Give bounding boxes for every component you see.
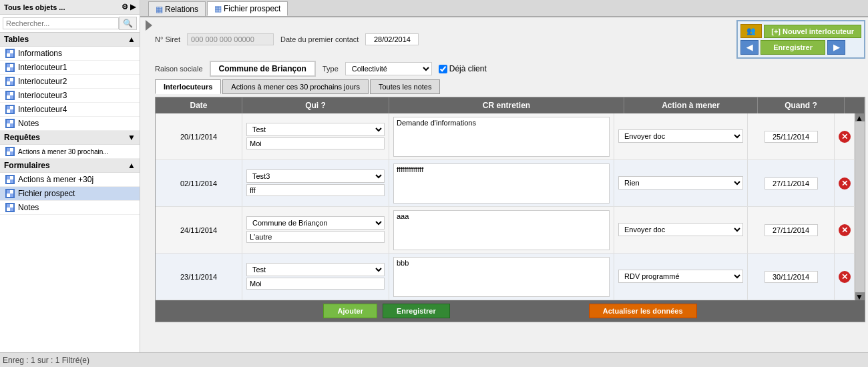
sidebar-title-text: Tous les objets ... [4, 3, 65, 11]
sidebar-item-interlocuteur4[interactable]: Interlocuteur4 [0, 103, 140, 117]
qui-select-0[interactable]: Test [246, 123, 385, 136]
qui-text-0[interactable] [246, 137, 385, 149]
sidebar-item-interlocuteur2[interactable]: Interlocuteur2 [0, 75, 140, 89]
qui-text-2[interactable] [246, 231, 385, 243]
delete-button-2[interactable]: ✕ [839, 224, 851, 236]
search-button[interactable]: 🔍 [119, 17, 137, 30]
sub-tab-interlocuteurs[interactable]: Interlocuteurs [155, 79, 221, 94]
scroll-down[interactable]: ▼ [855, 292, 865, 300]
table-row: 23/11/2014 Test bbb [156, 254, 855, 300]
sidebar-search-area: 🔍 [0, 15, 140, 33]
quand-value-2[interactable]: 27/11/2014 [765, 224, 818, 236]
data-table: Date Qui ? CR entretien Action à mener Q… [155, 97, 865, 322]
cr-textarea-2[interactable]: aaa [393, 210, 610, 250]
table-icon [5, 147, 15, 156]
cell-cr-3: bbb [389, 254, 614, 300]
qui-text-3[interactable] [246, 278, 385, 290]
sidebar-item-notes[interactable]: Notes [0, 117, 140, 131]
buttons-row-2: ◀ Enregistrer ▶ [740, 40, 861, 55]
qui-select-3[interactable]: Test [246, 263, 385, 276]
quand-value-3[interactable]: 30/11/2014 [765, 271, 818, 283]
cr-textarea-3[interactable]: bbb [393, 257, 610, 297]
qui-select-2[interactable]: Commune de Briançon [246, 216, 385, 230]
qui-select-1[interactable]: Test3 [246, 169, 385, 183]
refresh-button[interactable]: Actualiser les données [589, 304, 697, 318]
siret-input[interactable] [187, 33, 274, 45]
sub-tab-notes[interactable]: Toutes les notes [370, 79, 441, 94]
cell-delete-0: ✕ [835, 113, 855, 159]
quand-value-0[interactable]: 25/11/2014 [765, 131, 818, 143]
table-icon [5, 77, 15, 86]
date-value-0: 20/11/2014 [180, 133, 217, 141]
cell-qui-3: Test [242, 254, 389, 300]
action-select-2[interactable]: Envoyer doc [618, 223, 743, 236]
cell-date-1: 02/11/2014 [156, 160, 242, 206]
sub-tab-actions[interactable]: Actions à mener ces 30 prochains jours [222, 79, 369, 94]
cell-cr-2: aaa [389, 207, 614, 253]
col-quand: Quand ? [758, 97, 845, 113]
type-select[interactable]: Collectivité [345, 62, 432, 75]
cr-textarea-0[interactable]: Demande d'informations [393, 117, 610, 157]
sidebar-item-actions-formulaire[interactable]: Actions à mener +30j [0, 173, 140, 187]
table-icon [5, 119, 15, 128]
cr-textarea-1[interactable]: ffffffffffffff [393, 163, 610, 204]
table-header: Date Qui ? CR entretien Action à mener Q… [156, 97, 865, 113]
cell-date-0: 20/11/2014 [156, 113, 242, 159]
sidebar-item-interlocuteur3[interactable]: Interlocuteur3 [0, 89, 140, 103]
right-buttons-panel: 👥 [+] Nouvel interlocuteur ◀ Enregistrer… [736, 20, 865, 59]
new-contact-button[interactable]: [+] Nouvel interlocuteur [764, 25, 861, 38]
tab-relations[interactable]: ▦ Relations [148, 1, 206, 16]
deja-client-wrapper: Déjà client [439, 64, 487, 73]
sidebar-item-actions-requete[interactable]: Actions à mener 30 prochain... [0, 145, 140, 159]
action-select-0[interactable]: Envoyer doc [618, 129, 743, 143]
cell-qui-2: Commune de Briançon [242, 207, 389, 253]
quand-value-1[interactable]: 27/11/2014 [765, 177, 818, 190]
delete-button-0[interactable]: ✕ [839, 131, 851, 143]
add-button[interactable]: Ajouter [323, 304, 377, 318]
search-input[interactable] [3, 17, 119, 29]
form-icon-active [5, 189, 15, 198]
deja-client-label: Déjà client [449, 64, 487, 73]
action-select-3[interactable]: RDV programmé [618, 270, 743, 283]
sidebar-item-informations[interactable]: Informations [0, 47, 140, 61]
cell-delete-3: ✕ [835, 254, 855, 300]
sidebar-item-interlocuteur1[interactable]: Interlocuteur1 [0, 61, 140, 75]
qui-text-1[interactable] [246, 184, 385, 196]
buttons-row-1: 👥 [+] Nouvel interlocuteur [740, 24, 861, 38]
tab-fichier-prospect[interactable]: ▦ Fichier prospect [207, 1, 288, 16]
section-requetes: Requêtes ▼ [0, 131, 140, 145]
cell-cr-0: Demande d'informations [389, 113, 614, 159]
col-date: Date [156, 97, 242, 113]
cell-date-3: 23/11/2014 [156, 254, 242, 300]
form-icon-notes [5, 203, 15, 212]
sidebar-item-fichier-prospect[interactable]: Fichier prospect [0, 187, 140, 201]
first-contact-value[interactable]: 28/02/2014 [365, 33, 419, 45]
save-main-button[interactable]: Enregistrer [761, 40, 825, 55]
cell-quand-2: 27/11/2014 [748, 207, 835, 253]
deja-client-checkbox[interactable] [439, 65, 447, 73]
scrollbar[interactable]: ▲ ▼ [855, 113, 865, 300]
raison-sociale-label: Raison sociale [155, 65, 203, 73]
sub-tabs: Interlocuteurs Actions à mener ces 30 pr… [155, 79, 865, 94]
nav-left-button[interactable]: ◀ [740, 40, 758, 55]
delete-button-3[interactable]: ✕ [839, 271, 851, 283]
cell-delete-1: ✕ [835, 160, 855, 206]
main-area: ▦ Relations ▦ Fichier prospect N° Siret … [140, 0, 868, 367]
col-action: Action à mener [624, 97, 758, 113]
table-row: 24/11/2014 Commune de Briançon aaa [156, 207, 855, 254]
sidebar-item-notes-form[interactable]: Notes [0, 201, 140, 215]
cell-quand-1: 27/11/2014 [748, 160, 835, 206]
people-button[interactable]: 👥 [740, 24, 762, 38]
siret-label: N° Siret [155, 35, 180, 43]
cell-action-0: Envoyer doc [614, 113, 748, 159]
table-icon [5, 63, 15, 72]
cell-action-1: Rien [614, 160, 748, 206]
section-formulaires: Formulaires ▲ [0, 159, 140, 173]
action-select-1[interactable]: Rien [618, 176, 743, 190]
date-value-3: 23/11/2014 [180, 273, 217, 281]
scroll-up[interactable]: ▲ [855, 113, 865, 121]
section-tables: Tables ▲ [0, 33, 140, 47]
save-button[interactable]: Enregistrer [383, 304, 450, 318]
delete-button-1[interactable]: ✕ [839, 177, 851, 190]
nav-right-button[interactable]: ▶ [827, 40, 845, 55]
